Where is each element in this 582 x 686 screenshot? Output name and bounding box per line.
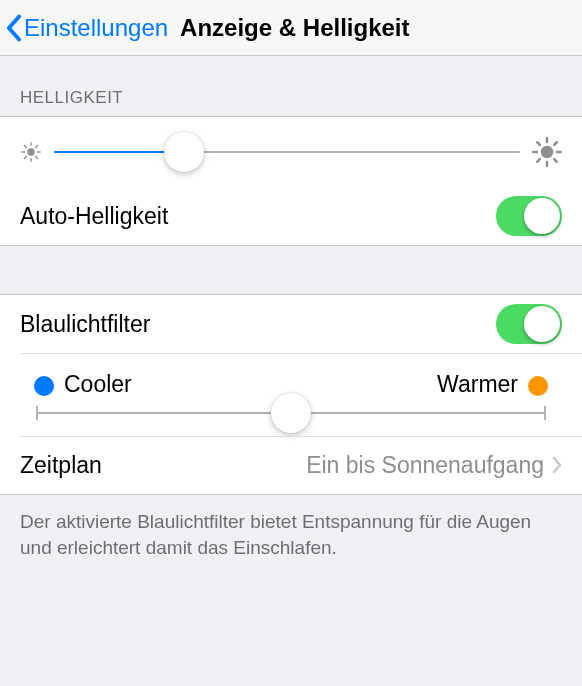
chevron-left-icon	[6, 14, 22, 42]
page-title: Anzeige & Helligkeit	[180, 14, 409, 42]
svg-line-14	[537, 142, 540, 145]
color-temp-slider-thumb[interactable]	[271, 393, 311, 433]
svg-line-5	[24, 145, 26, 147]
brightness-slider-thumb[interactable]	[164, 132, 204, 172]
back-label: Einstellungen	[24, 14, 168, 42]
warmer-label: Warmer	[437, 371, 518, 397]
sun-low-icon	[20, 141, 42, 163]
brightness-group: Auto-Helligkeit	[0, 116, 582, 246]
svg-line-17	[554, 142, 557, 145]
svg-line-8	[36, 145, 38, 147]
footer-text: Der aktivierte Blaulichtfilter bietet En…	[0, 495, 582, 574]
nightshift-row: Blaulichtfilter	[0, 295, 582, 353]
section-header-brightness: HELLIGKEIT	[0, 56, 582, 116]
auto-brightness-row: Auto-Helligkeit	[0, 187, 582, 245]
color-temp-slider[interactable]	[36, 412, 546, 414]
cooler-label-group: Cooler	[34, 371, 132, 398]
auto-brightness-label: Auto-Helligkeit	[20, 203, 168, 230]
brightness-slider[interactable]	[54, 151, 520, 153]
chevron-right-icon	[552, 456, 562, 474]
svg-line-6	[36, 157, 38, 159]
dot-blue-icon	[34, 376, 54, 396]
schedule-row[interactable]: Zeitplan Ein bis Sonnenaufgang	[0, 436, 582, 494]
navbar: Einstellungen Anzeige & Helligkeit	[0, 0, 582, 56]
schedule-value: Ein bis Sonnenaufgang	[306, 452, 544, 479]
svg-line-16	[537, 159, 540, 162]
schedule-label: Zeitplan	[20, 452, 102, 479]
dot-orange-icon	[528, 376, 548, 396]
svg-point-9	[541, 146, 554, 159]
color-temp-row: Cooler Warmer	[0, 353, 582, 436]
cooler-label: Cooler	[64, 371, 132, 397]
nightshift-label: Blaulichtfilter	[20, 311, 150, 338]
nightshift-toggle[interactable]	[496, 304, 562, 344]
svg-line-7	[24, 157, 26, 159]
svg-line-15	[554, 159, 557, 162]
svg-point-0	[27, 148, 34, 155]
nightshift-group: Blaulichtfilter Cooler Warmer Zeitplan E…	[0, 294, 582, 495]
brightness-slider-row	[0, 117, 582, 187]
auto-brightness-toggle[interactable]	[496, 196, 562, 236]
warmer-label-group: Warmer	[437, 371, 548, 398]
sun-high-icon	[532, 137, 562, 167]
back-button[interactable]: Einstellungen	[6, 14, 168, 42]
